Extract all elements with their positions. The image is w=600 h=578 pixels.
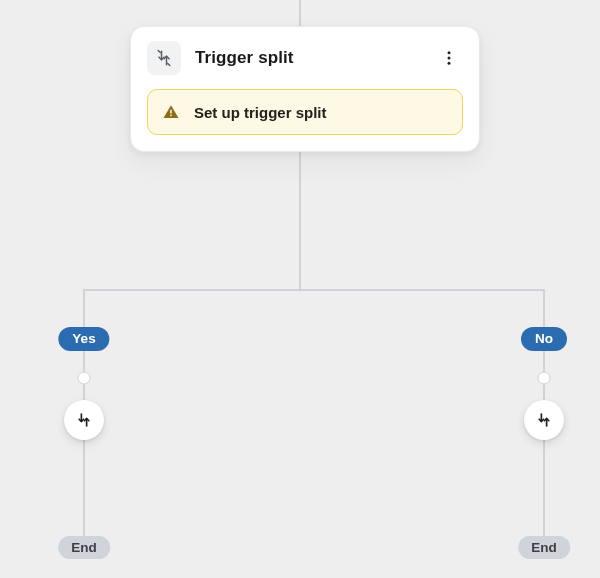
svg-point-2 <box>448 62 451 65</box>
card-header: Trigger split <box>147 41 463 75</box>
svg-point-1 <box>448 57 451 60</box>
split-icon <box>535 411 553 429</box>
connector-left-1 <box>83 289 85 327</box>
end-pill-no: End <box>518 536 570 559</box>
card-title: Trigger split <box>195 48 294 68</box>
svg-rect-4 <box>170 115 172 117</box>
connector-branch <box>84 289 544 291</box>
connector-mid <box>299 144 301 289</box>
warning-icon <box>162 103 180 121</box>
trigger-split-card[interactable]: Trigger split Set up trigger split <box>130 26 480 152</box>
end-pill-yes: End <box>58 536 110 559</box>
branch-pill-yes[interactable]: Yes <box>58 327 109 351</box>
svg-rect-3 <box>170 110 172 114</box>
setup-alert-text: Set up trigger split <box>194 104 327 121</box>
add-node-yes[interactable] <box>78 372 91 385</box>
action-node-no[interactable] <box>524 400 564 440</box>
connector-right-1 <box>543 289 545 327</box>
card-menu-button[interactable] <box>435 44 463 72</box>
kebab-icon <box>440 49 458 67</box>
split-icon <box>147 41 181 75</box>
split-icon <box>75 411 93 429</box>
add-node-no[interactable] <box>538 372 551 385</box>
svg-point-0 <box>448 51 451 54</box>
action-node-yes[interactable] <box>64 400 104 440</box>
branch-pill-no[interactable]: No <box>521 327 567 351</box>
setup-alert[interactable]: Set up trigger split <box>147 89 463 135</box>
connector-top <box>299 0 301 26</box>
